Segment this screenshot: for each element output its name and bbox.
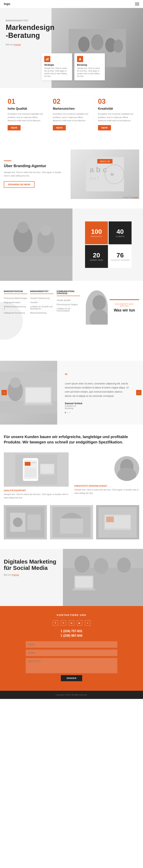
creativity-circle-img <box>114 456 139 481</box>
svg-point-58 <box>74 556 90 573</box>
svg-rect-63 <box>73 589 95 590</box>
hero-box-strategy: Strategie Sample text. Click to select t… <box>41 53 72 80</box>
product-img3-svg <box>98 507 137 537</box>
service-item-c2: Erforschung des Siegens <box>57 303 80 307</box>
about-section: Über Branding-Agentur Sample text. Click… <box>0 140 143 209</box>
product-creativity: KREATIVITÄT PERSÖNLICHKEIT Sample text. … <box>74 453 139 495</box>
social-telegram[interactable]: ✈ <box>61 620 66 626</box>
quality-label: QUALITÄTSSUPPORT <box>4 489 69 492</box>
hero-box-consulting: Beratung Sample text. Click to select th… <box>74 53 105 80</box>
creativity-img-svg <box>114 456 139 481</box>
logo[interactable]: logo <box>4 2 10 6</box>
testimonial-bg-image <box>0 361 57 425</box>
svg-text:M: M <box>111 172 114 177</box>
consulting-icon <box>78 57 82 61</box>
svg-rect-35 <box>25 462 30 466</box>
product-img2-svg <box>52 507 91 537</box>
service-item-s2: Zielgruppenanalyse <box>4 301 27 305</box>
dot-1[interactable] <box>65 412 66 413</box>
svg-text:a b c: a b c <box>90 165 107 174</box>
what-we-do-box: HOCHWERTIGES DESIGN Was wir tun <box>110 299 139 315</box>
quality-item-1: 01 hohe Qualität Excepteur sint occaecat… <box>4 97 49 130</box>
contact-form: Senden <box>26 641 117 681</box>
digital-freepik-link[interactable]: Freepik <box>12 574 19 576</box>
svg-rect-55 <box>106 517 114 522</box>
service-col-identity: MARKENIDENTITÄT Visuelle Positionierung … <box>30 290 54 324</box>
about-freepik-link[interactable]: Freepik <box>132 196 138 198</box>
svg-rect-47 <box>27 515 40 530</box>
svg-point-8 <box>80 58 81 59</box>
svg-rect-21 <box>0 256 73 281</box>
hero-freepik-link[interactable]: Freepik <box>14 43 21 46</box>
quality-num-1: 01 <box>8 97 45 105</box>
testimonial-section: ‹ › " Lorem ipsum dolor sit amet, consec… <box>0 361 143 425</box>
hero-boxes: Strategie Sample text. Click to select t… <box>41 53 105 80</box>
stat-label-team: UNSER TEAM <box>90 259 103 261</box>
quality-title-3: Kreativität <box>98 107 135 111</box>
social-linkedin[interactable]: in <box>69 620 74 626</box>
hero-box-strategy-text: Sample text. Click to select the text bo… <box>44 67 69 78</box>
svg-rect-40 <box>41 465 54 473</box>
digital-img-svg <box>63 549 143 606</box>
product-img-2 <box>50 505 93 539</box>
quality-btn-3[interactable]: mehr <box>98 125 111 130</box>
about-btn[interactable]: erfahren Sie mehr <box>4 181 34 188</box>
stat-num-team: 20 <box>93 252 100 258</box>
quality-item-3: 03 Kreativität Excepteur sint occaecat c… <box>94 97 139 130</box>
service-col-comm-title: KOMMUNIKATIONS STRATEGIE <box>57 290 80 296</box>
contact-phone-2: 1 (239) 987-844 <box>4 634 139 638</box>
contact-submit-btn[interactable]: Senden <box>61 675 82 681</box>
stat-box-products: 100 PRODUKTE <box>85 221 108 244</box>
service-columns: MARKENSTRATEGIE Prüfung des Markenimages… <box>4 290 80 324</box>
testimonial-text: Lorem ipsum dolor sit amet, consectetur … <box>65 382 130 398</box>
stat-label-awards: AUSZEICH NUNGEN <box>110 259 130 261</box>
service-col-identity-title: MARKENIDENTITÄT <box>30 290 54 294</box>
stat-label-clients: CLIENTS <box>116 236 124 238</box>
digital-section: Digitales Marketing für Social Media Bil… <box>0 549 143 606</box>
footer: Copyright © 2024. All rights reserved. <box>0 691 143 699</box>
hamburger-menu[interactable] <box>135 3 139 5</box>
testimonial-prev-btn[interactable]: ‹ <box>2 390 7 395</box>
testimonial-img-svg <box>0 372 57 413</box>
digital-image-credit: Bild von Freepik <box>4 574 65 576</box>
quality-text-1: Excepteur sint occaecat cupidatat non pr… <box>8 112 45 122</box>
hero-image-credit: Bild von Freepik <box>6 43 67 46</box>
quality-item-2: 02 Markenzeichen Excepteur sint occaecat… <box>49 97 94 130</box>
dot-3[interactable] <box>69 412 70 413</box>
svg-point-27 <box>10 377 21 388</box>
stat-num-awards: 76 <box>116 252 124 258</box>
quality-num-3: 03 <box>98 97 135 105</box>
svg-rect-62 <box>75 577 92 588</box>
contact-email-input[interactable] <box>26 650 117 656</box>
svg-text:MOCK UP: MOCK UP <box>100 160 110 163</box>
contact-phone-1: 1 (234) 757-831 <box>4 629 139 633</box>
dot-2[interactable] <box>67 412 68 413</box>
hero-box-consulting-title: Beratung <box>77 64 102 66</box>
about-image: a b c d e f M MOCK UP Image from Freepik <box>70 150 139 199</box>
hero-content: Markenidentität Markendesign -Beratung B… <box>0 8 73 53</box>
portrait-image <box>86 290 108 324</box>
quality-num-2: 02 <box>53 97 90 105</box>
svg-rect-51 <box>60 519 83 534</box>
social-facebook[interactable]: f <box>53 620 58 626</box>
linkedin-icon: in <box>71 622 73 624</box>
social-star[interactable]: ✦ <box>85 620 90 626</box>
service-item-s3: Wettbewerbsbeobachtung § <box>4 305 27 311</box>
quality-text: Sample text. Click to select the text bo… <box>4 493 69 499</box>
quality-image <box>4 453 69 487</box>
product-quality: QUALITÄTSSUPPORT Sample text. Click to s… <box>4 453 69 499</box>
svg-rect-5 <box>46 59 47 60</box>
social-youtube[interactable]: ▶ <box>77 620 82 626</box>
creativity-text: Sample text. Click to select the text bo… <box>74 488 139 495</box>
contact-title: kontaktiere uns <box>4 614 139 617</box>
orange-line-about <box>4 160 11 161</box>
strategy-icon-box <box>44 56 50 62</box>
testimonial-next-btn[interactable]: › <box>136 390 141 395</box>
testimonial-dots <box>65 412 130 413</box>
quality-btn-1[interactable]: mehr <box>8 125 21 130</box>
youtube-icon: ▶ <box>79 622 80 624</box>
contact-name-input[interactable] <box>26 641 117 648</box>
testimonial-content: " Lorem ipsum dolor sit amet, consectetu… <box>61 372 134 413</box>
contact-message-input[interactable] <box>26 658 117 673</box>
quality-btn-2[interactable]: mehr <box>53 125 66 130</box>
